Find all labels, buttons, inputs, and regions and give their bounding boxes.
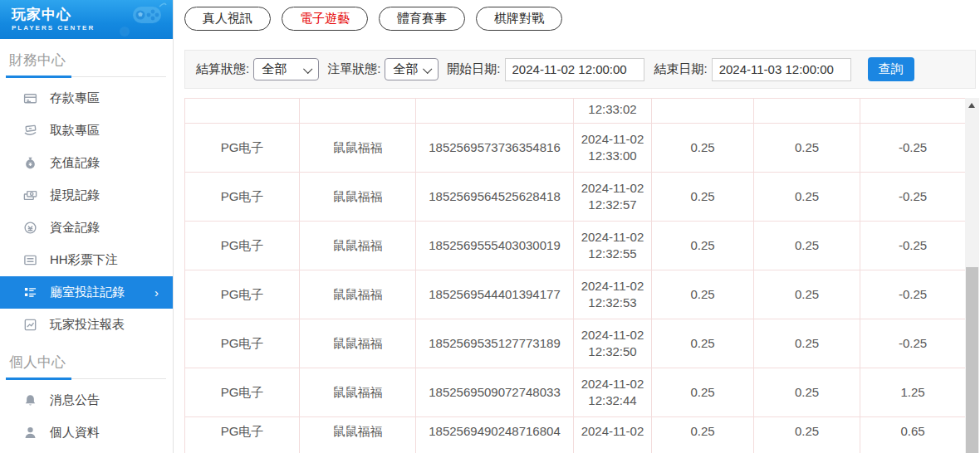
sidebar-item[interactable]: 取款專區 <box>0 114 173 147</box>
cell-bet: 0.25 <box>652 319 754 368</box>
tab-category[interactable]: 棋牌對戰 <box>476 7 562 31</box>
tab-category[interactable]: 體育賽事 <box>379 7 465 31</box>
cell-platform: PG电子 <box>185 124 300 173</box>
cell-game: 鼠鼠福福 <box>300 270 416 319</box>
game-category-tabs: 真人視訊電子遊藝體育賽事棋牌對戰 <box>174 0 980 31</box>
cell-valid: 0.25 <box>754 124 860 173</box>
cell-time: 2024-11-02 12:32:55 <box>574 222 652 270</box>
cell-payout: -0.25 <box>860 124 966 173</box>
cell-order: 1852569564525628418 <box>416 173 574 222</box>
cell-payout: -0.25 <box>860 222 966 270</box>
cell-payout: -0.25 <box>860 319 966 368</box>
cell-game: 鼠鼠福福 <box>300 319 416 368</box>
table-row: PG电子鼠鼠福福18525694902487168042024-11-020.2… <box>185 417 966 453</box>
moneybag-icon <box>23 156 37 170</box>
sidebar-item[interactable]: 充值記錄 <box>0 147 173 179</box>
end-date-input[interactable] <box>712 58 851 81</box>
cell-order: 1852569544401394177 <box>416 270 574 319</box>
sidebar-item[interactable]: 廳室投註記錄› <box>0 276 173 309</box>
report-chart-icon <box>23 318 37 332</box>
cell-order <box>416 99 574 124</box>
cell-platform: PG电子 <box>185 270 300 319</box>
cell-time: 2024-11-02 12:33:00 <box>574 124 652 173</box>
cell-payout: 0.65 <box>860 417 966 453</box>
sidebar-item[interactable]: 提現記錄 <box>0 179 173 212</box>
cell-order: 1852569573736354816 <box>416 124 574 173</box>
cell-game: 鼠鼠福福 <box>300 124 416 173</box>
sidebar-item[interactable]: HH彩票下注 <box>0 244 173 276</box>
sidebar-item[interactable]: 個人資料 <box>0 416 173 449</box>
sidebar-item[interactable]: 消息公告 <box>0 384 173 416</box>
user-icon <box>23 426 37 440</box>
cell-valid: 0.25 <box>754 417 860 453</box>
tab-active[interactable]: 電子遊藝 <box>282 7 368 31</box>
section-title: 財務中心 <box>0 39 173 76</box>
order-status-value: 全部 <box>393 61 418 77</box>
filter-bar: 結算狀態: 全部 注單狀態: 全部 開始日期: 結束日期: 查詢 <box>184 50 976 89</box>
cell-valid: 0.25 <box>754 270 860 319</box>
funds-coin-icon <box>23 221 37 235</box>
sidebar-item-label: 個人資料 <box>50 425 100 441</box>
cell-game <box>300 99 416 124</box>
cell-order: 1852569509072748033 <box>416 368 574 417</box>
cell-time: 2024-11-02 12:32:57 <box>574 173 652 222</box>
order-status-select[interactable]: 全部 <box>385 58 439 80</box>
table-row: PG电子鼠鼠福福18525695444013941772024-11-02 12… <box>185 270 966 319</box>
brand-title: 玩家中心 <box>12 5 71 24</box>
sidebar-item-label: 廳室投註記錄 <box>50 285 125 300</box>
sidebar-item-label: 充值記錄 <box>50 155 100 171</box>
end-date-label: 結束日期: <box>654 61 708 77</box>
cell-payout: -0.25 <box>860 173 966 222</box>
cell-game: 鼠鼠福福 <box>300 368 416 417</box>
cell-bet: 0.25 <box>652 270 754 319</box>
cell-platform: PG电子 <box>185 222 300 270</box>
cell-platform <box>185 99 300 124</box>
cell-time: 2024-11-02 <box>574 417 652 453</box>
cell-order: 1852569555403030019 <box>416 222 574 270</box>
sidebar-item[interactable]: 存款專區 <box>0 82 173 114</box>
cell-valid <box>754 99 860 124</box>
cell-payout: 1.25 <box>860 368 966 417</box>
sidebar-item[interactable]: 資金記錄 <box>0 212 173 244</box>
cell-time: 12:33:02 <box>574 99 652 124</box>
query-button[interactable]: 查詢 <box>868 57 914 81</box>
cell-valid: 0.25 <box>754 173 860 222</box>
settle-status-select[interactable]: 全部 <box>253 58 319 80</box>
cell-platform: PG电子 <box>185 368 300 417</box>
cell-bet: 0.25 <box>652 417 754 453</box>
scrollbar-thumb[interactable] <box>966 267 978 453</box>
table-row: PG电子鼠鼠福福18525695351277731892024-11-02 12… <box>185 319 966 368</box>
cell-time: 2024-11-02 12:32:53 <box>574 270 652 319</box>
cell-payout <box>860 99 966 124</box>
cell-bet: 0.25 <box>652 368 754 417</box>
table-row: PG电子鼠鼠福福18525695554030300192024-11-02 12… <box>185 222 966 270</box>
table-row: PG电子鼠鼠福福18525695737363548162024-11-02 12… <box>185 124 966 173</box>
sidebar-item-label: 玩家投注報表 <box>50 317 125 333</box>
cell-bet: 0.25 <box>652 173 754 222</box>
table-row: 12:33:02 <box>185 99 966 124</box>
cell-time: 2024-11-02 12:32:50 <box>574 319 652 368</box>
scrollbar-up-arrow-icon[interactable] <box>965 98 979 112</box>
sidebar-item-label: 存款專區 <box>50 90 100 106</box>
cell-valid: 0.25 <box>754 368 860 417</box>
gamepad-icon <box>118 2 169 39</box>
cell-valid: 0.25 <box>754 222 860 270</box>
settle-status-label: 結算狀態: <box>196 61 249 77</box>
table-scrollbar[interactable] <box>965 98 979 453</box>
order-status-label: 注單狀態: <box>327 61 380 77</box>
cell-valid: 0.25 <box>754 319 860 368</box>
cell-bet: 0.25 <box>652 222 754 270</box>
bet-records-table-wrap: 12:33:02PG电子鼠鼠福福18525695737363548162024-… <box>184 98 979 453</box>
cash-icon <box>23 188 37 202</box>
deposit-card-icon <box>23 91 37 105</box>
bet-records-icon <box>23 285 37 300</box>
sidebar: 玩家中心 PLAYERS CENTER 財務中心存款專區取款專區充值記錄提現記錄… <box>0 0 174 453</box>
sidebar-item-label: HH彩票下注 <box>50 252 118 268</box>
table-row: PG电子鼠鼠福福18525695645256284182024-11-02 12… <box>185 173 966 222</box>
chevron-right-icon: › <box>154 285 159 300</box>
bet-records-table: 12:33:02PG电子鼠鼠福福18525695737363548162024-… <box>184 98 966 453</box>
cell-time: 2024-11-02 12:32:44 <box>574 368 652 417</box>
sidebar-item[interactable]: 玩家投注報表 <box>0 309 173 341</box>
tab-category[interactable]: 真人視訊 <box>184 7 271 31</box>
start-date-input[interactable] <box>505 58 644 81</box>
